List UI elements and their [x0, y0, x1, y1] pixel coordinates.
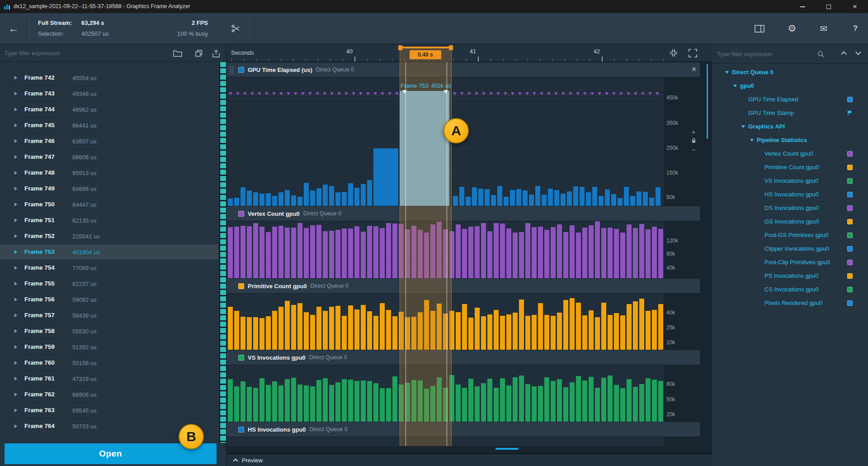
expand-all-icon[interactable] [855, 49, 861, 55]
chart-header[interactable]: GPU Time Elapsed (us)Direct Queue 0 [226, 62, 700, 77]
frame-list-item[interactable]: Frame 756 59092 us [0, 292, 218, 308]
zoom-in-button[interactable]: + [689, 128, 698, 136]
open-stream-folder-icon[interactable] [172, 48, 183, 58]
compare-frames-icon[interactable] [193, 48, 204, 58]
expand-caret-icon[interactable] [14, 108, 17, 111]
metric-tree-item[interactable]: DS Invocations gpu0 [712, 201, 868, 215]
search-icon[interactable] [816, 49, 826, 59]
metric-tree-item[interactable]: Primitive Count gpu0 [712, 161, 868, 174]
chart-legend-swatch[interactable] [238, 427, 244, 433]
collapse-all-icon[interactable] [841, 51, 847, 57]
expand-caret-icon[interactable] [14, 329, 17, 333]
fullscreen-icon[interactable] [687, 48, 698, 58]
chart-plot[interactable] [227, 365, 664, 422]
metric-tree-item[interactable]: Direct Queue 0 [712, 66, 868, 79]
gear-icon[interactable]: ⚙ [784, 20, 800, 37]
selection-handle-left[interactable] [398, 45, 402, 50]
tree-caret-icon[interactable] [741, 125, 745, 128]
frame-list-item[interactable]: Frame 763 69545 us [0, 403, 218, 418]
drag-grip-icon[interactable] [230, 66, 234, 74]
metric-tree-item[interactable]: Vertex Count gpu0 [712, 147, 868, 161]
metric-tree-item[interactable]: GPU Time Elapsed [712, 93, 868, 106]
metric-tree-item[interactable]: HS Invocations gpu0 [712, 188, 868, 201]
close-chart-icon[interactable]: × [689, 65, 698, 74]
chart-plot[interactable] [227, 437, 664, 446]
frame-list-item[interactable]: Frame 747 86606 us [0, 149, 218, 165]
frame-list-item[interactable]: Frame 748 95913 us [0, 165, 218, 181]
fit-to-view-icon[interactable] [668, 48, 679, 58]
chart-legend-swatch[interactable] [238, 283, 244, 289]
expand-caret-icon[interactable] [14, 298, 17, 301]
metric-color-swatch[interactable] [847, 205, 853, 211]
vertical-scrollbar-thumb[interactable] [707, 64, 708, 139]
timeline-ruler[interactable]: Seconds 404142 [226, 44, 712, 62]
chart-header[interactable]: Vertex Count gpu0Direct Queue 0 [226, 206, 700, 221]
metric-tree-item[interactable]: Pipeline Statistics [712, 133, 868, 147]
minimize-button[interactable] [789, 0, 816, 13]
metric-tree-item[interactable]: GPU Time Stamp [712, 106, 868, 120]
expand-caret-icon[interactable] [14, 361, 17, 365]
frame-list-item[interactable]: Frame 744 46962 us [0, 102, 218, 118]
frame-list-item[interactable]: Frame 751 62135 us [0, 213, 218, 228]
frame-list-item[interactable]: Frame 752 225541 us [0, 228, 218, 244]
frame-list-item[interactable]: Frame 760 50156 us [0, 355, 218, 371]
frame-list-item[interactable]: Frame 755 62237 us [0, 276, 218, 292]
preview-bar[interactable]: Preview [226, 453, 712, 466]
expand-caret-icon[interactable] [14, 345, 17, 349]
selection-handle-bar[interactable] [400, 47, 452, 48]
chart-plot[interactable]: Frame 753: 402k us [227, 77, 664, 206]
expand-caret-icon[interactable] [14, 203, 17, 206]
metric-tree-item[interactable]: gpu0 [712, 79, 868, 93]
expand-caret-icon[interactable] [14, 250, 17, 254]
export-icon[interactable] [211, 48, 222, 58]
metric-tree-item[interactable]: Clipper Invocations gpu0 [712, 242, 868, 256]
chart-header[interactable]: HS Invocations gpu0Direct Queue 0 [226, 422, 700, 437]
expand-caret-icon[interactable] [14, 409, 17, 412]
metric-color-swatch[interactable] [847, 233, 853, 238]
frame-list-item[interactable]: Frame 743 49346 us [0, 86, 218, 102]
metric-color-swatch[interactable] [847, 300, 853, 306]
chart-legend-swatch[interactable] [238, 211, 244, 217]
metric-tree-item[interactable]: Post-GS Primitives gpu0 [712, 228, 868, 242]
help-button[interactable]: ? [847, 20, 863, 37]
frame-list-item[interactable]: Frame 753 401804 us [0, 244, 218, 260]
expand-caret-icon[interactable] [14, 139, 17, 143]
selection-handle-right[interactable] [449, 45, 453, 50]
tree-caret-icon[interactable] [725, 71, 729, 74]
trim-scissors-icon[interactable] [228, 20, 244, 37]
frame-list-item[interactable]: Frame 745 66441 us [0, 118, 218, 133]
metric-color-swatch[interactable] [847, 260, 853, 265]
expand-caret-icon[interactable] [14, 393, 17, 396]
back-button[interactable]: ← [5, 20, 22, 37]
expand-caret-icon[interactable] [14, 424, 17, 428]
expand-caret-icon[interactable] [14, 124, 17, 127]
metric-tree-item[interactable]: VS Invocations gpu0 [712, 174, 868, 188]
metric-color-swatch[interactable] [847, 287, 853, 292]
frame-list-item[interactable]: Frame 749 64686 us [0, 181, 218, 197]
expand-caret-icon[interactable] [14, 282, 17, 285]
frame-list-item[interactable]: Frame 761 47329 us [0, 371, 218, 387]
zoom-lock-icon[interactable] [689, 137, 698, 145]
expand-caret-icon[interactable] [14, 234, 17, 238]
frame-list-item[interactable]: Frame 754 77089 us [0, 260, 218, 276]
metric-tree-item[interactable]: PS Invocations gpu0 [712, 269, 868, 283]
chart-legend-swatch[interactable] [238, 355, 244, 361]
tree-caret-icon[interactable] [750, 139, 754, 142]
metric-color-swatch[interactable] [847, 97, 853, 102]
metric-tree-item[interactable]: Graphics API [712, 120, 868, 133]
chart-plot[interactable] [227, 221, 664, 278]
metric-color-swatch[interactable] [847, 151, 853, 157]
tree-caret-icon[interactable] [733, 85, 737, 87]
frame-list-item[interactable]: Frame 742 45554 us [0, 70, 218, 86]
frame-list-item[interactable]: Frame 757 58439 us [0, 308, 218, 323]
frame-list-item[interactable]: Frame 759 51392 us [0, 339, 218, 355]
zoom-out-button[interactable]: − [689, 146, 698, 154]
metric-color-swatch[interactable] [847, 165, 853, 170]
expand-caret-icon[interactable] [14, 171, 17, 175]
chart-header[interactable]: VS Invocations gpu0Direct Queue 0 [226, 350, 700, 365]
feedback-mail-icon[interactable]: ✉ [816, 20, 832, 37]
chart-legend-swatch[interactable] [238, 67, 244, 73]
metric-tree-item[interactable]: CS Invocations gpu0 [712, 283, 868, 296]
close-button[interactable]: × [842, 0, 868, 13]
expand-caret-icon[interactable] [14, 219, 17, 222]
